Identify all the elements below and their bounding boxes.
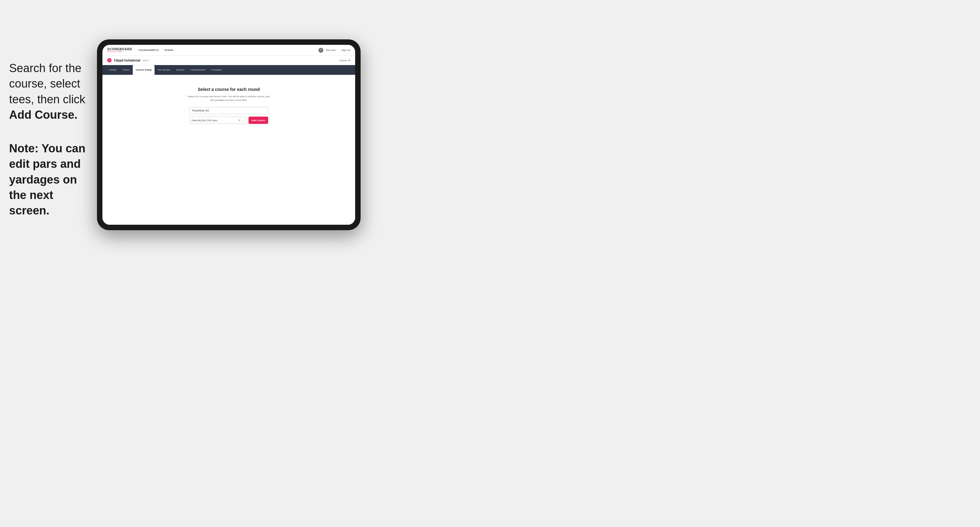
tab-teams[interactable]: Teams: [119, 65, 133, 75]
tab-results[interactable]: Results: [173, 65, 187, 75]
nav-links: TOURNAMENTS TEAMS: [138, 49, 173, 51]
annotation-block: Search for the course, select tees, then…: [9, 60, 94, 219]
sign-out-link[interactable]: Sign out: [342, 49, 350, 51]
annotation-bold: Add Course.: [9, 108, 78, 121]
top-nav: SCOREBOARD Powered by clippd TOURNAMENTS…: [102, 45, 355, 56]
tournament-gender: (Men): [143, 59, 149, 62]
tee-controls: ✕ ⌄: [238, 119, 244, 122]
tee-selector-row: Gold (M) (M) (7010 yds) ✕ ⌄ Add Course: [189, 117, 268, 124]
user-name: Test User: [326, 49, 336, 51]
annotation-text-1: Search for the course, select tees, then…: [9, 62, 85, 106]
tab-bar: Details Teams Course Setup Tee Groups Re…: [102, 65, 355, 75]
logo: SCOREBOARD Powered by clippd: [107, 48, 132, 52]
tab-course-setup[interactable]: Course Setup: [133, 65, 154, 75]
annotation-note: Note: You can edit pars and yardages on …: [9, 141, 94, 218]
tee-select[interactable]: Gold (M) (M) (7010 yds) ✕ ⌄: [189, 117, 246, 124]
nav-teams[interactable]: TEAMS: [164, 49, 173, 51]
section-description: Search for a course and select a tee. Yo…: [186, 95, 271, 102]
tournament-icon: C: [107, 58, 111, 62]
tee-chevron-icon[interactable]: ⌄: [242, 119, 244, 122]
tee-value: Gold (M) (M) (7010 yds): [191, 119, 217, 122]
nav-right: T Test User | Sign out: [318, 48, 350, 53]
tab-printables[interactable]: Printables: [208, 65, 225, 75]
course-search-input[interactable]: [189, 107, 268, 114]
main-content: Select a course for each round Search fo…: [102, 75, 355, 225]
tab-tee-groups[interactable]: Tee Groups: [154, 65, 173, 75]
nav-left: SCOREBOARD Powered by clippd TOURNAMENTS…: [107, 48, 173, 52]
tournament-name: Clippd Invitational: [114, 59, 140, 62]
add-course-button[interactable]: Add Course: [248, 117, 268, 124]
tablet-screen: SCOREBOARD Powered by clippd TOURNAMENTS…: [102, 45, 355, 225]
tee-clear-icon[interactable]: ✕: [238, 119, 240, 122]
tablet-frame: SCOREBOARD Powered by clippd TOURNAMENTS…: [97, 40, 361, 230]
nav-tournaments[interactable]: TOURNAMENTS: [138, 49, 159, 51]
user-avatar: T: [318, 48, 323, 53]
cancel-button[interactable]: Cancel ✕: [339, 59, 350, 62]
tab-details[interactable]: Details: [106, 65, 119, 75]
section-title: Select a course for each round: [198, 87, 260, 92]
tournament-header: C Clippd Invitational (Men) Cancel ✕: [102, 56, 355, 65]
tab-leaderboards[interactable]: Leaderboards: [187, 65, 208, 75]
tournament-title-row: C Clippd Invitational (Men): [107, 58, 149, 62]
